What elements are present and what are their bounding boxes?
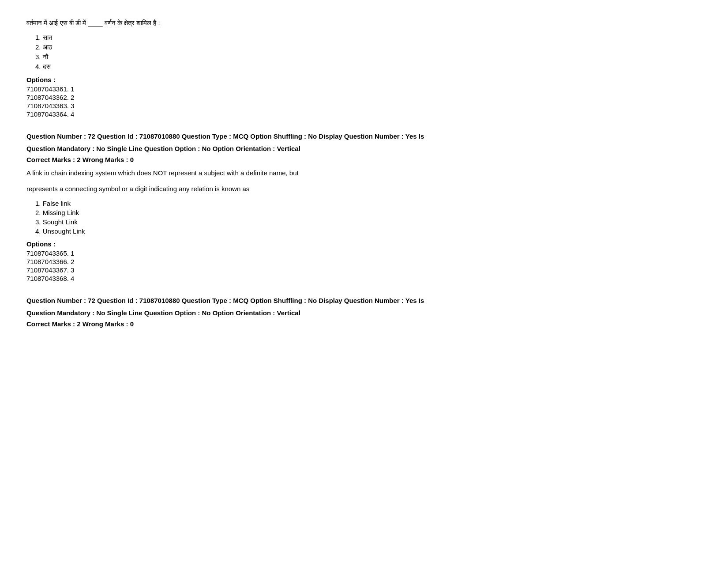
list-item: 1. False link [35, 200, 702, 207]
list-item: 3. नौ [35, 53, 702, 61]
q72-second-section: Question Number : 72 Question Id : 71087… [26, 295, 702, 328]
q72-first-option-ids-list: 71087043365. 1 71087043366. 2 7108704336… [26, 249, 702, 282]
q72-first-section: Question Number : 72 Question Id : 71087… [26, 131, 702, 282]
q72-first-meta-line2: Question Mandatory : No Single Line Ques… [26, 144, 702, 154]
list-item: 71087043365. 1 [26, 249, 702, 257]
list-item: 71087043361. 1 [26, 85, 702, 93]
list-item: 71087043362. 2 [26, 94, 702, 101]
option-ids-list: 71087043361. 1 71087043362. 2 7108704336… [26, 85, 702, 118]
q72-second-marks: Correct Marks : 2 Wrong Marks : 0 [26, 320, 702, 328]
list-item: 71087043368. 4 [26, 275, 702, 282]
list-item: 71087043363. 3 [26, 102, 702, 110]
q72-first-options-list: 1. False link 2. Missing Link 3. Sought … [35, 200, 702, 235]
q72-first-question-line2: represents a connecting symbol or a digi… [26, 184, 702, 194]
hindi-question-text: वर्तमान में आई एस बी डी में ____ वर्णन क… [26, 18, 702, 28]
list-item: 1. सात [35, 34, 702, 42]
q72-first-question-line1: A link in chain indexing system which do… [26, 168, 702, 178]
q72-first-marks: Correct Marks : 2 Wrong Marks : 0 [26, 156, 702, 163]
list-item: 2. Missing Link [35, 209, 702, 216]
list-item: 2. आठ [35, 43, 702, 51]
list-item: 71087043367. 3 [26, 266, 702, 274]
q72-first-options-label: Options : [26, 240, 702, 248]
list-item: 3. Sought Link [35, 218, 702, 226]
top-section: वर्तमान में आई एस बी डी में ____ वर्णन क… [26, 18, 702, 118]
options-label: Options : [26, 76, 702, 83]
list-item: 71087043364. 4 [26, 110, 702, 118]
hindi-options-list: 1. सात 2. आठ 3. नौ 4. दस [35, 34, 702, 71]
q72-first-meta-line1: Question Number : 72 Question Id : 71087… [26, 131, 702, 142]
list-item: 71087043366. 2 [26, 258, 702, 265]
list-item: 4. Unsought Link [35, 227, 702, 235]
q72-second-meta-line2: Question Mandatory : No Single Line Ques… [26, 308, 702, 318]
q72-second-meta-line1: Question Number : 72 Question Id : 71087… [26, 295, 702, 306]
list-item: 4. दस [35, 63, 702, 71]
